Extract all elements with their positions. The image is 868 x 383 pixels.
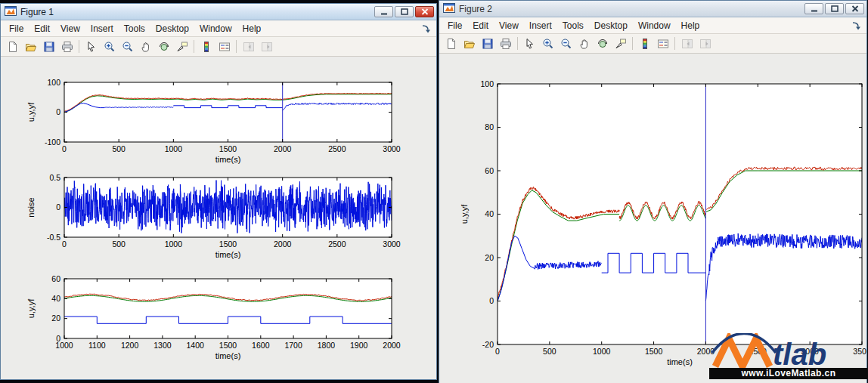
- watermark-url: www.iLoveMatlab.cn: [709, 368, 868, 379]
- subplot: 050010001500200025003000-1000100time(s)u…: [26, 78, 401, 165]
- x-tick-label: 1500: [219, 239, 237, 249]
- close-button[interactable]: [845, 3, 864, 14]
- subplot: 1000110012001300140015001600170018001900…: [26, 274, 401, 361]
- edit-plot-icon[interactable]: [521, 36, 538, 52]
- x-tick-label: 1000: [593, 347, 611, 356]
- insert-colorbar-icon[interactable]: [636, 36, 653, 52]
- y-tick-label: -100: [45, 137, 60, 147]
- x-tick-label: 2000: [383, 341, 401, 350]
- hide-plot-tools-icon: [240, 39, 257, 55]
- y-tick-label: -20: [482, 340, 494, 349]
- matlab-logo: tlab: [709, 333, 868, 368]
- menu-edit[interactable]: Edit: [467, 19, 494, 32]
- y-tick-label: 20: [51, 314, 60, 323]
- matlab-figure-icon: [5, 6, 17, 18]
- menu-help[interactable]: Help: [237, 22, 267, 36]
- menu-file[interactable]: File: [4, 22, 29, 36]
- y-tick-label: 0: [56, 334, 60, 343]
- dock-figure-icon[interactable]: [851, 21, 863, 30]
- menu-insert[interactable]: Insert: [524, 19, 557, 32]
- new-figure-icon[interactable]: [442, 36, 460, 52]
- zoom-in-icon[interactable]: [101, 39, 118, 55]
- menu-tools[interactable]: Tools: [119, 22, 150, 36]
- x-tick-label: 1200: [121, 341, 139, 350]
- print-figure-icon[interactable]: [497, 36, 514, 52]
- data-cursor-icon[interactable]: [612, 36, 629, 52]
- y-tick-label: 0: [56, 202, 60, 212]
- x-tick-label: 1000: [165, 144, 183, 153]
- toolbar-separator: [674, 37, 675, 50]
- menu-desktop[interactable]: Desktop: [150, 22, 194, 36]
- open-file-icon[interactable]: [22, 39, 39, 55]
- save-figure-icon[interactable]: [479, 36, 496, 52]
- figure1-titlebar[interactable]: Figure 1: [1, 4, 436, 20]
- y-axis-label: noise: [26, 197, 36, 217]
- print-figure-icon[interactable]: [58, 39, 76, 55]
- zoom-out-icon[interactable]: [119, 39, 136, 55]
- zoom-in-icon[interactable]: [539, 36, 556, 52]
- menu-tools[interactable]: Tools: [557, 19, 589, 32]
- menu-file[interactable]: File: [442, 19, 467, 32]
- maximize-button[interactable]: [395, 6, 414, 17]
- figure1-toolbar: [1, 37, 436, 57]
- menu-edit[interactable]: Edit: [29, 22, 55, 36]
- y-tick-label: 0: [489, 296, 494, 305]
- figure1-window: Figure 1 FileEditViewInsertToolsDesktopW…: [0, 3, 437, 380]
- open-file-icon[interactable]: [460, 36, 478, 52]
- x-tick-label: 500: [543, 347, 556, 356]
- rotate-3d-icon[interactable]: [594, 36, 611, 52]
- figure2-titlebar[interactable]: Figure 2: [439, 1, 866, 17]
- menu-help[interactable]: Help: [676, 19, 705, 32]
- toolbar-separator: [517, 37, 518, 50]
- x-tick-label: 2500: [328, 144, 346, 153]
- y-tick-label: -0.5: [47, 233, 60, 242]
- x-tick-label: 1500: [645, 347, 663, 356]
- zoom-out-icon[interactable]: [557, 36, 575, 52]
- toolbar-separator: [632, 37, 633, 50]
- menu-window[interactable]: Window: [633, 19, 676, 32]
- save-figure-icon[interactable]: [40, 39, 57, 55]
- x-tick-label: 1800: [318, 341, 336, 350]
- data-cursor-icon[interactable]: [173, 39, 191, 55]
- x-tick-label: 500: [112, 239, 126, 249]
- edit-plot-icon[interactable]: [82, 39, 100, 55]
- new-figure-icon[interactable]: [4, 39, 21, 55]
- maximize-button[interactable]: [825, 3, 844, 14]
- subplot: 0500100015002000250030003500-20020406080…: [460, 79, 867, 367]
- x-tick-label: 1500: [219, 341, 237, 350]
- dock-figure-icon[interactable]: [421, 24, 433, 33]
- x-tick-label: 0: [495, 347, 500, 356]
- x-tick-label: 1100: [88, 341, 106, 350]
- ilovematlab-watermark: tlab www.iLoveMatlab.cn: [709, 333, 868, 379]
- insert-legend-icon[interactable]: [654, 36, 671, 52]
- minimize-button[interactable]: [374, 6, 393, 17]
- pan-icon[interactable]: [137, 39, 154, 55]
- toolbar-separator: [194, 40, 194, 53]
- menu-view[interactable]: View: [55, 22, 85, 36]
- menu-view[interactable]: View: [494, 19, 524, 32]
- pan-icon[interactable]: [575, 36, 593, 52]
- y-tick-label: 100: [47, 78, 60, 87]
- figure2-window: Figure 2 FileEditViewInsertToolsDesktopW…: [439, 0, 867, 383]
- menu-insert[interactable]: Insert: [85, 22, 119, 36]
- x-tick-label: 2000: [274, 239, 292, 249]
- insert-colorbar-icon[interactable]: [197, 39, 215, 55]
- window-title: Figure 2: [459, 4, 799, 14]
- x-axis-label: time(s): [667, 357, 693, 366]
- x-axis-label: time(s): [215, 250, 241, 259]
- rotate-3d-icon[interactable]: [155, 39, 172, 55]
- y-tick-label: 60: [51, 274, 60, 283]
- x-tick-label: 0: [62, 239, 67, 249]
- menu-desktop[interactable]: Desktop: [589, 19, 633, 32]
- insert-legend-icon[interactable]: [215, 39, 233, 55]
- toolbar-separator: [79, 40, 79, 53]
- window-title: Figure 1: [20, 7, 369, 17]
- x-tick-label: 3000: [383, 144, 401, 153]
- x-axis-label: time(s): [215, 155, 241, 164]
- matlab-logo-text: tlab: [773, 338, 826, 368]
- figure1-menubar: FileEditViewInsertToolsDesktopWindowHelp: [1, 20, 436, 37]
- menu-window[interactable]: Window: [194, 22, 237, 36]
- close-button[interactable]: [415, 6, 434, 17]
- minimize-button[interactable]: [804, 3, 823, 14]
- subplot: 050010001500200025003000-0.500.5time(s)n…: [26, 173, 401, 260]
